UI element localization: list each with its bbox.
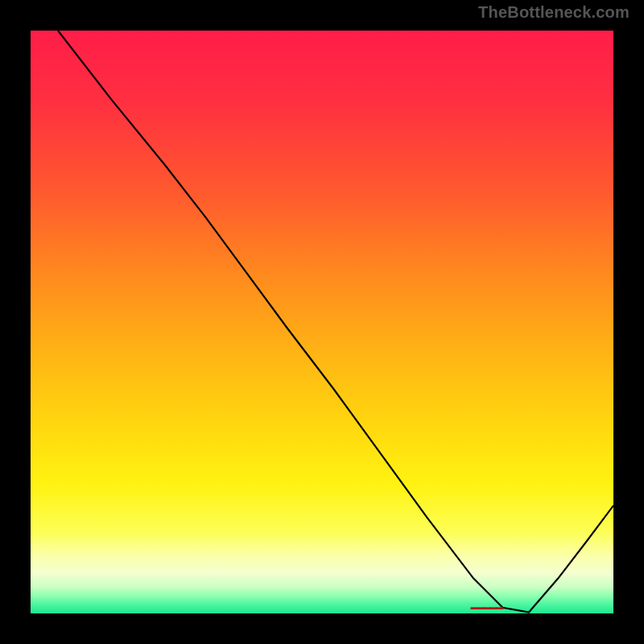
- minimum-marker: ▬▬▬▬▬: [471, 603, 503, 611]
- chart-plot-area: ▬▬▬▬▬: [31, 31, 613, 613]
- bottleneck-curve: [31, 31, 613, 613]
- watermark-text: TheBottleneck.com: [478, 3, 630, 22]
